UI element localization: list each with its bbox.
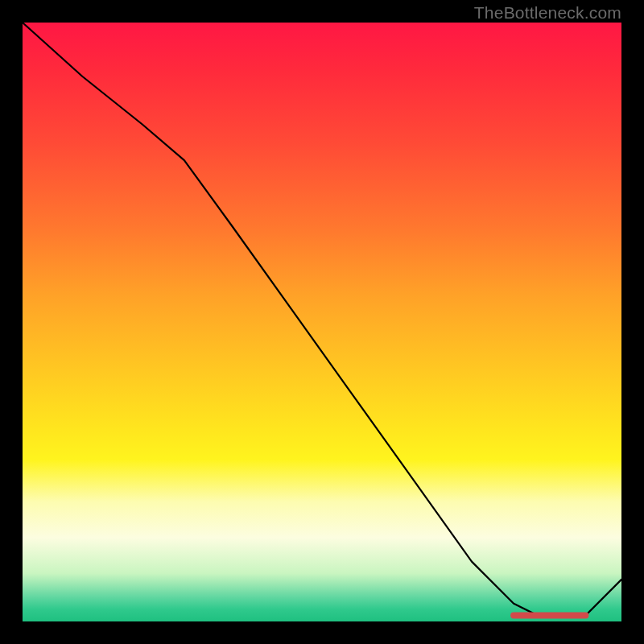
chart-frame: TheBottleneck.com bbox=[0, 0, 644, 644]
bottleneck-curve bbox=[23, 23, 621, 616]
chart-overlay bbox=[23, 23, 621, 621]
plot-area bbox=[23, 23, 621, 621]
watermark-text: TheBottleneck.com bbox=[474, 3, 621, 23]
